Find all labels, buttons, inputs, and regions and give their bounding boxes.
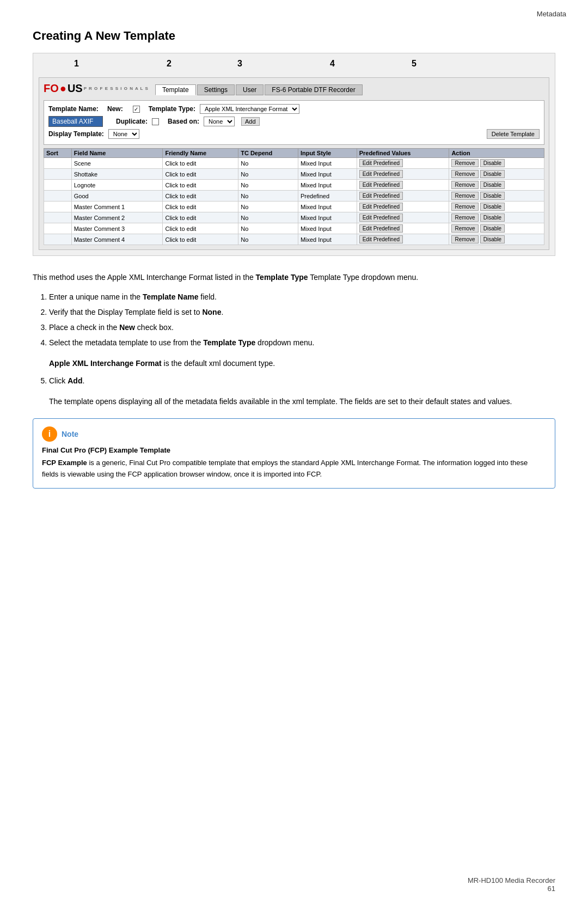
cell-tc: No xyxy=(238,158,298,169)
edit-predefined-button[interactable]: Edit Predefined xyxy=(359,181,403,189)
cell-friendly-name: Click to edit xyxy=(163,158,238,169)
logo-tagline: P R O F E S S I O N A L S xyxy=(84,86,149,91)
cell-predefined: Edit Predefined xyxy=(357,212,449,223)
cell-tc: No xyxy=(238,234,298,245)
edit-predefined-button[interactable]: Edit Predefined xyxy=(359,235,403,243)
body-paragraph-1: This method uses the Apple XML Interchan… xyxy=(33,271,555,283)
table-row: Master Comment 1 Click to edit No Mixed … xyxy=(44,202,544,212)
disable-button[interactable]: Disable xyxy=(480,159,505,167)
cell-field-name: Lognote xyxy=(71,180,163,191)
template-name-label: Template Name: xyxy=(48,105,103,113)
table-row: Good Click to edit No Predefined Edit Pr… xyxy=(44,191,544,202)
disable-button[interactable]: Disable xyxy=(480,181,505,189)
section-title: Creating A New Template xyxy=(33,29,555,43)
cell-action: Remove Disable xyxy=(449,202,544,212)
step-4: Select the metadata template to use from… xyxy=(49,337,555,350)
disable-button[interactable]: Disable xyxy=(480,235,505,243)
tab-recorder[interactable]: FS-6 Portable DTF Recorder xyxy=(265,84,362,95)
num-5: 5 xyxy=(412,59,416,69)
disable-button[interactable]: Disable xyxy=(480,192,505,200)
duplicate-label: Duplicate: xyxy=(116,118,148,125)
note-header: i Note xyxy=(42,426,546,442)
cell-sort xyxy=(44,169,72,180)
th-friendly-name: Friendly Name xyxy=(163,149,238,158)
edit-predefined-button[interactable]: Edit Predefined xyxy=(359,224,403,233)
edit-predefined-button[interactable]: Edit Predefined xyxy=(359,159,403,167)
cell-predefined: Edit Predefined xyxy=(357,180,449,191)
remove-button[interactable]: Remove xyxy=(451,213,478,222)
template-name-input[interactable]: Baseball AXIF xyxy=(48,116,103,127)
template-name-input-row: Baseball AXIF Duplicate: Based on: None … xyxy=(48,116,540,127)
th-action: Action xyxy=(449,149,544,158)
cell-friendly-name: Click to edit xyxy=(163,180,238,191)
cell-sort xyxy=(44,202,72,212)
number-row: 1 2 3 4 5 xyxy=(39,59,549,75)
disable-button[interactable]: Disable xyxy=(480,224,505,233)
edit-predefined-button[interactable]: Edit Predefined xyxy=(359,170,403,178)
remove-button[interactable]: Remove xyxy=(451,192,478,200)
step-5-detail: The template opens displaying all of the… xyxy=(49,395,555,407)
disable-button[interactable]: Disable xyxy=(480,170,505,178)
tab-template[interactable]: Template xyxy=(155,84,196,95)
delete-template-button[interactable]: Delete Template xyxy=(487,129,540,139)
num-1: 1 xyxy=(74,59,79,69)
step-3: Place a check in the New check box. xyxy=(49,321,555,334)
page-number: 61 xyxy=(468,884,555,893)
cell-sort xyxy=(44,223,72,234)
table-row: Shottake Click to edit No Mixed Input Ed… xyxy=(44,169,544,180)
duplicate-checkbox[interactable] xyxy=(152,118,159,125)
logo-cus: US xyxy=(68,82,83,95)
disable-button[interactable]: Disable xyxy=(480,203,505,211)
remove-button[interactable]: Remove xyxy=(451,159,478,167)
cell-field-name: Shottake xyxy=(71,169,163,180)
template-type-select[interactable]: Apple XML Interchange Format xyxy=(200,104,299,114)
cell-input-style: Mixed Input xyxy=(298,223,357,234)
template-name-row: Template Name: New: Template Type: Apple… xyxy=(48,104,540,114)
note-box: i Note Final Cut Pro (FCP) Example Templ… xyxy=(33,418,555,489)
cell-input-style: Mixed Input xyxy=(298,212,357,223)
cell-friendly-name: Click to edit xyxy=(163,212,238,223)
logo-circle: ● xyxy=(60,82,66,95)
edit-predefined-button[interactable]: Edit Predefined xyxy=(359,213,403,222)
sub-paragraph: Apple XML Interchange Format is the defa… xyxy=(49,357,555,369)
based-on-select[interactable]: None xyxy=(204,117,235,126)
based-on-label: Based on: xyxy=(168,118,199,125)
remove-button[interactable]: Remove xyxy=(451,181,478,189)
page-content: Creating A New Template 1 2 3 4 5 FO●US … xyxy=(0,18,588,521)
edit-predefined-button[interactable]: Edit Predefined xyxy=(359,192,403,200)
tab-settings[interactable]: Settings xyxy=(197,84,235,95)
remove-button[interactable]: Remove xyxy=(451,203,478,211)
cell-field-name: Good xyxy=(71,191,163,202)
cell-action: Remove Disable xyxy=(449,158,544,169)
add-id-button[interactable]: Add xyxy=(241,117,260,126)
th-sort: Sort xyxy=(44,149,72,158)
cell-sort xyxy=(44,158,72,169)
remove-button[interactable]: Remove xyxy=(451,235,478,243)
product-label: MR-HD100 Media Recorder xyxy=(468,876,555,884)
note-content-body: FCP Example is a generic, Final Cut Pro … xyxy=(42,457,546,480)
remove-button[interactable]: Remove xyxy=(451,170,478,178)
table-header-row: Sort Field Name Friendly Name TC Depend … xyxy=(44,149,544,158)
cell-input-style: Mixed Input xyxy=(298,180,357,191)
display-template-label: Display Template: xyxy=(48,130,104,138)
tab-row: FO●US P R O F E S S I O N A L S Template… xyxy=(44,82,544,97)
cell-predefined: Edit Predefined xyxy=(357,223,449,234)
cell-input-style: Mixed Input xyxy=(298,169,357,180)
display-template-select[interactable]: None xyxy=(108,129,139,139)
remove-button[interactable]: Remove xyxy=(451,224,478,233)
new-checkbox[interactable] xyxy=(133,106,140,113)
cell-tc: No xyxy=(238,223,298,234)
new-label: New: xyxy=(107,105,123,113)
cell-predefined: Edit Predefined xyxy=(357,202,449,212)
cell-tc: No xyxy=(238,169,298,180)
cell-action: Remove Disable xyxy=(449,180,544,191)
cell-field-name: Master Comment 4 xyxy=(71,234,163,245)
edit-predefined-button[interactable]: Edit Predefined xyxy=(359,203,403,211)
th-field-name: Field Name xyxy=(71,149,163,158)
disable-button[interactable]: Disable xyxy=(480,213,505,222)
tab-user[interactable]: User xyxy=(236,84,264,95)
cell-field-name: Master Comment 2 xyxy=(71,212,163,223)
steps-list: Enter a unique name in the Template Name… xyxy=(49,291,555,349)
cell-tc: No xyxy=(238,191,298,202)
cell-field-name: Master Comment 3 xyxy=(71,223,163,234)
